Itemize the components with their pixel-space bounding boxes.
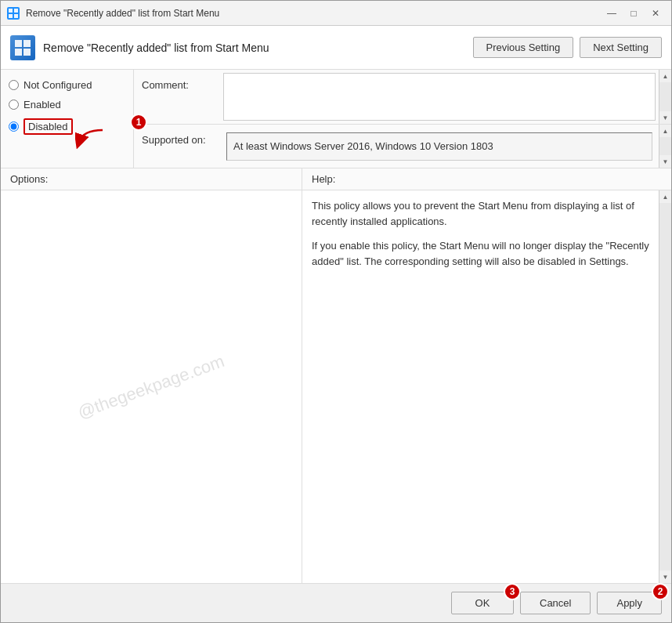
supported-scrollbar[interactable]: ▲ ▼ [659,125,671,168]
section-headers: Options: Help: [1,168,671,190]
comment-scroll-down[interactable]: ▼ [659,111,671,124]
comment-row: Comment: ▲ ▼ [134,70,671,125]
title-bar-left: Remove "Recently added" list from Start … [7,7,219,20]
next-setting-button[interactable]: Next Setting [580,37,662,58]
comment-scroll-track [659,82,671,111]
footer: OK 3 Cancel Apply 2 [1,583,671,622]
help-scrollbar[interactable]: ▲ ▼ [659,190,671,583]
previous-setting-button[interactable]: Previous Setting [473,37,574,58]
not-configured-radio[interactable] [9,80,19,90]
help-header: Help: [302,168,671,190]
comment-textarea[interactable] [223,73,656,121]
svg-rect-6 [15,49,22,56]
main-window: Remove "Recently added" list from Start … [0,0,672,623]
enabled-option[interactable]: Enabled [9,99,125,110]
supported-label: Supported on: [134,125,220,168]
svg-rect-5 [23,40,31,47]
header-left: Remove "Recently added" list from Start … [10,35,269,60]
help-panel-container: This policy allows you to prevent the St… [302,190,671,583]
svg-rect-1 [14,9,18,13]
help-panel: This policy allows you to prevent the St… [302,190,659,583]
minimize-button[interactable]: — [602,5,621,21]
apply-button[interactable]: Apply 2 [597,592,662,614]
help-paragraph-2: If you enable this policy, the Start Men… [312,238,649,269]
supported-text: At least Windows Server 2016, Windows 10… [226,132,652,161]
comment-scroll-up[interactable]: ▲ [659,70,671,82]
header-bar: Remove "Recently added" list from Start … [1,26,671,70]
close-button[interactable]: ✕ [646,5,665,21]
right-panels: Comment: ▲ ▼ Supported on: At least Wind… [134,70,671,168]
help-scroll-track [659,203,671,570]
disabled-option[interactable]: Disabled 1 [9,118,125,135]
cancel-button[interactable]: Cancel [520,592,591,614]
comment-scrollbar[interactable]: ▲ ▼ [659,70,671,124]
help-scroll-down[interactable]: ▼ [659,570,671,583]
supported-scroll-up[interactable]: ▲ [659,125,671,137]
apply-badge: 2 [652,583,669,600]
comment-input-cell [220,70,659,124]
title-bar-controls: — □ ✕ [602,5,665,21]
radio-section: Not Configured Enabled Disabled 1 [1,70,134,168]
window-icon [7,7,20,20]
help-text: This policy allows you to prevent the St… [312,198,649,269]
supported-scroll-track [659,137,671,155]
disabled-badge: 1 [130,114,147,131]
watermark: @thegeekpage.com [75,351,227,423]
disabled-label: Disabled [23,118,73,135]
svg-rect-7 [23,49,31,56]
options-panel: @thegeekpage.com [1,190,302,583]
ok-button[interactable]: OK 3 [451,592,514,614]
window-title: Remove "Recently added" list from Start … [26,8,219,19]
comment-label: Comment: [134,70,220,124]
panels-row: @thegeekpage.com This policy allows you … [1,190,671,583]
enabled-label: Enabled [23,99,61,110]
top-section: Not Configured Enabled Disabled 1 [1,70,671,168]
title-bar: Remove "Recently added" list from Start … [1,1,671,26]
svg-rect-4 [15,40,22,47]
header-buttons: Previous Setting Next Setting [473,37,663,58]
maximize-button[interactable]: □ [624,5,643,21]
ok-badge: 3 [504,583,521,600]
svg-rect-3 [14,14,18,18]
svg-rect-2 [9,14,13,18]
disabled-radio[interactable] [9,121,19,132]
header-icon [10,35,35,60]
enabled-radio[interactable] [9,100,19,110]
help-paragraph-1: This policy allows you to prevent the St… [312,198,649,229]
supported-scroll-down[interactable]: ▼ [659,155,671,168]
header-title: Remove "Recently added" list from Start … [43,42,269,54]
not-configured-option[interactable]: Not Configured [9,79,125,91]
svg-rect-0 [9,9,13,13]
main-content: Not Configured Enabled Disabled 1 [1,70,671,583]
supported-row: Supported on: At least Windows Server 20… [134,125,671,168]
not-configured-label: Not Configured [23,79,92,91]
bottom-section: Options: Help: @thegeekpage.com This pol… [1,168,671,583]
supported-content: At least Windows Server 2016, Windows 10… [220,125,659,168]
help-scroll-up[interactable]: ▲ [659,190,671,203]
options-header: Options: [1,168,302,190]
